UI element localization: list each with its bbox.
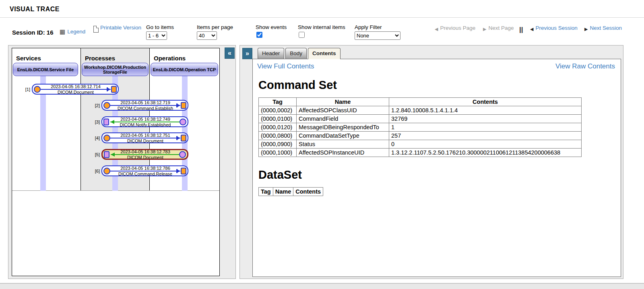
message-text: 2023-04-05 16:38:12.783DICOM.Document — [111, 150, 179, 159]
command-set-title: Command Set — [258, 78, 617, 92]
tab-contents[interactable]: Contents — [308, 48, 341, 59]
message-index: [5] — [95, 152, 100, 157]
cell-tag: (0000,0002) — [259, 106, 297, 115]
show-events-checkbox[interactable] — [256, 32, 262, 38]
next-page-label: Next Page — [488, 25, 505, 31]
column-header-tag: Tag — [259, 188, 273, 196]
host-workshop-dicom-production-storagefile[interactable]: Workshop.DICOM.Production StorageFile — [82, 63, 149, 76]
previous-arrow-icon: ◀ — [530, 26, 533, 32]
dataset-title: DataSet — [258, 168, 617, 182]
document-icon — [93, 26, 99, 33]
table-row: (0000,0900)Status0 — [259, 140, 582, 149]
message-name: DICOM.Command.Establish — [111, 106, 180, 111]
table-row: (0000,0002)AffectedSOPClassUID1.2.840.10… — [259, 106, 582, 115]
legend-link[interactable]: ▦ Legend — [60, 29, 85, 35]
lane-title-operations: Operations — [154, 55, 186, 62]
next-session-button[interactable]: ▶ Next Session — [584, 25, 611, 32]
items-per-page-label: Items per page — [197, 24, 233, 30]
message-timestamp: 2023-04-05 16:38:12.749 — [111, 117, 180, 122]
column-header-contents: Contents — [389, 98, 582, 106]
message-row-1: [1]2023-04-05 16:38:12.714DICOM.Document — [32, 84, 119, 95]
previous-arrow-icon: ◀ — [435, 26, 438, 32]
cell-contents: 0 — [389, 140, 582, 149]
message-timestamp: 2023-04-05 16:38:12.714 — [41, 85, 110, 89]
goto-items-select[interactable]: 1 - 6 — [146, 31, 167, 40]
contents-tab-panel: View Full Contents View Raw Contents Com… — [252, 59, 621, 277]
source-endpoint-circle-icon — [103, 167, 110, 174]
cell-name: CommandDataSetType — [297, 132, 389, 140]
message-name: DICOM.Document — [111, 155, 179, 160]
dataset-table: Tag Name Contents — [258, 187, 323, 196]
bottom-strip — [0, 284, 644, 289]
message-details-panel: » Header Body Contents View Full Content… — [239, 45, 623, 279]
message-row-4: [4]2023-04-05 16:38:12.751DICOM.Document — [101, 132, 188, 143]
cell-name: MessageIDBeingRespondedTo — [297, 123, 389, 132]
message-name: DICOM.Notify.Established — [111, 123, 180, 127]
apply-filter-select[interactable]: None — [355, 31, 400, 40]
message-row-2: [2]2023-04-05 16:38:12.719DICOM.Command.… — [101, 100, 188, 111]
previous-page-button[interactable]: ◀ Previous Page — [435, 25, 464, 32]
previous-session-label: Previous Session — [535, 25, 561, 31]
host-enslib-dicom-operation-tcp[interactable]: EnsLib.DICOM.Operation TCP — [151, 63, 218, 76]
cell-contents: 1.3.12.2.1107.5.2.50.176210.300000211006… — [389, 149, 582, 157]
lane-title-services: Services — [16, 55, 41, 62]
message-text: 2023-04-05 16:38:12.751DICOM.Document — [111, 133, 180, 142]
source-endpoint-circle-icon — [179, 151, 186, 158]
cell-tag: (0000,0900) — [259, 140, 297, 149]
trace-diagram-panel: Services EnsLib.DICOM.Service File Proce… — [8, 45, 236, 279]
source-endpoint-circle-icon — [34, 86, 41, 93]
cell-name: CommandField — [297, 115, 389, 123]
message-box[interactable]: 2023-04-05 16:38:12.714DICOM.Document — [32, 84, 119, 95]
message-index: [6] — [95, 169, 100, 173]
tab-body[interactable]: Body — [285, 48, 307, 59]
message-box[interactable]: 2023-04-05 16:38:12.751DICOM.Document — [101, 132, 188, 143]
column-header-name: Name — [297, 98, 389, 106]
sequence-diagram: Services EnsLib.DICOM.Service File Proce… — [12, 48, 220, 276]
table-row: (0000,0800)CommandDataSetType257 — [259, 132, 582, 140]
message-box[interactable]: 2023-04-05 16:38:12.719DICOM.Command.Est… — [101, 100, 188, 111]
next-page-button[interactable]: ▶ Next Page — [483, 25, 505, 32]
cell-contents: 32769 — [389, 115, 582, 123]
previous-session-button[interactable]: ◀ Previous Session — [530, 25, 561, 32]
next-arrow-icon: ▶ — [584, 26, 588, 32]
show-internal-items-checkbox[interactable] — [299, 32, 305, 38]
message-timestamp: 2023-04-05 16:38:12.783 — [111, 150, 179, 154]
target-endpoint-square-icon — [181, 102, 186, 109]
source-endpoint-circle-icon — [103, 134, 110, 141]
view-links-row: View Full Contents View Raw Contents — [257, 62, 617, 72]
cell-tag: (0000,0100) — [259, 115, 297, 123]
message-index: [2] — [95, 103, 100, 108]
message-index: [3] — [95, 120, 100, 124]
apply-filter-label: Apply Filter — [355, 24, 382, 30]
table-row: (0000,0100)CommandField32769 — [259, 115, 582, 123]
expand-details-button[interactable]: » — [242, 48, 252, 59]
message-box[interactable]: 2023-04-05 16:38:12.786DICOM.Command.Rel… — [101, 165, 188, 176]
cell-contents: 257 — [389, 132, 582, 140]
items-per-page-select[interactable]: 40 — [197, 31, 217, 40]
legend-grid-icon: ▦ — [60, 29, 65, 35]
page-title: VISUAL TRACE — [10, 6, 60, 13]
cell-tag: (0000,0800) — [259, 132, 297, 140]
view-raw-contents-link[interactable]: View Raw Contents — [555, 62, 615, 70]
message-box[interactable]: 2023-04-05 16:38:12.749DICOM.Notify.Esta… — [101, 116, 188, 127]
toolbar: Session ID: 16 ▦ Legend Printable Versio… — [0, 18, 644, 43]
message-timestamp: 2023-04-05 16:38:12.751 — [111, 133, 180, 138]
message-name: DICOM.Document — [41, 90, 110, 95]
legend-label: Legend — [67, 29, 85, 35]
view-full-contents-link[interactable]: View Full Contents — [257, 62, 314, 70]
target-endpoint-square-icon — [104, 151, 109, 158]
cell-tag: (0000,1000) — [259, 149, 297, 157]
command-set-table: Tag Name Contents (0000,0002)AffectedSOP… — [258, 97, 582, 157]
message-text: 2023-04-05 16:38:12.786DICOM.Command.Rel… — [111, 166, 180, 175]
cell-contents: 1 — [389, 123, 582, 132]
message-index: [4] — [95, 136, 100, 140]
show-internal-items-label: Show internal items — [298, 24, 345, 30]
host-enslib-dicom-service-file[interactable]: EnsLib.DICOM.Service File — [13, 63, 78, 76]
message-text: 2023-04-05 16:38:12.714DICOM.Document — [41, 85, 110, 94]
tab-header[interactable]: Header — [258, 48, 284, 59]
printable-version-link[interactable]: Printable Version — [93, 25, 125, 33]
lane-services: Services EnsLib.DICOM.Service File — [12, 48, 80, 190]
target-endpoint-square-icon — [111, 86, 117, 93]
message-box[interactable]: 2023-04-05 16:38:12.783DICOM.Document — [101, 149, 188, 160]
collapse-diagram-button[interactable]: « — [225, 47, 235, 59]
